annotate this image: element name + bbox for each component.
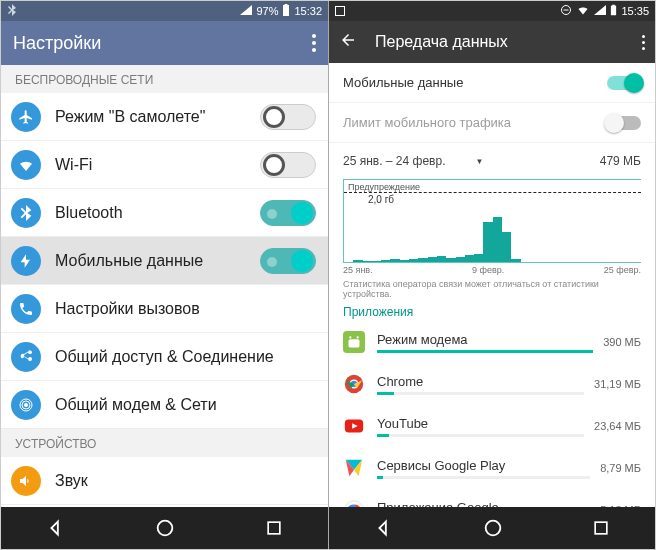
app-row[interactable]: Chrome31,19 МБ bbox=[329, 363, 655, 405]
battery-icon bbox=[610, 4, 617, 18]
axis-tick: 25 янв. bbox=[343, 265, 373, 275]
app-icon bbox=[343, 415, 365, 437]
svg-point-18 bbox=[357, 336, 359, 338]
row-label: Общий доступ & Соединение bbox=[55, 348, 316, 366]
app-usage-bar bbox=[377, 434, 584, 437]
app-icon bbox=[343, 373, 365, 395]
row-wifi[interactable]: Wi-Fi bbox=[1, 141, 328, 189]
wifi-icon bbox=[11, 150, 41, 180]
svg-rect-15 bbox=[613, 5, 616, 6]
row-label: Настройки вызовов bbox=[55, 300, 316, 318]
recents-button[interactable] bbox=[591, 518, 611, 538]
bluetooth-status-icon bbox=[7, 4, 17, 18]
toolbar-title: Передача данных bbox=[375, 33, 508, 51]
signal-icon bbox=[594, 5, 606, 17]
app-usage-bar bbox=[377, 392, 584, 395]
row-label: Режим "В самолете" bbox=[55, 108, 260, 126]
row-mobile-data[interactable]: Мобильные данные bbox=[1, 237, 328, 285]
row-label: Wi-Fi bbox=[55, 156, 260, 174]
app-row[interactable]: Сервисы Google Play8,79 МБ bbox=[329, 447, 655, 489]
svg-rect-11 bbox=[268, 522, 280, 534]
mobile-data-toggle-row[interactable]: Мобильные данные bbox=[329, 63, 655, 103]
back-button[interactable] bbox=[45, 517, 67, 539]
wifi-icon bbox=[576, 4, 590, 18]
row-bluetooth[interactable]: Bluetooth bbox=[1, 189, 328, 237]
row-label: Bluetooth bbox=[55, 204, 260, 222]
toggle-label: Лимит мобильного трафика bbox=[343, 115, 511, 130]
home-button[interactable] bbox=[482, 517, 504, 539]
period-selector[interactable]: 25 янв. – 24 февр. ▼ 479 МБ bbox=[329, 143, 655, 179]
app-size: 8,79 МБ bbox=[600, 462, 641, 474]
share-icon bbox=[11, 342, 41, 372]
section-wireless: БЕСПРОВОДНЫЕ СЕТИ bbox=[1, 65, 328, 93]
phone-icon bbox=[11, 294, 41, 324]
home-button[interactable] bbox=[154, 517, 176, 539]
app-name: Сервисы Google Play bbox=[377, 458, 590, 473]
axis-tick: 9 февр. bbox=[472, 265, 504, 275]
app-name: YouTube bbox=[377, 416, 584, 431]
row-tether[interactable]: Общий модем & Сети bbox=[1, 381, 328, 429]
warning-value: 2,0 гб bbox=[368, 194, 394, 205]
chart-axis: 25 янв. 9 февр. 25 февр. bbox=[343, 265, 641, 275]
wifi-switch[interactable] bbox=[260, 152, 316, 178]
row-share[interactable]: Общий доступ & Соединение bbox=[1, 333, 328, 381]
battery-icon bbox=[282, 4, 290, 18]
airplane-switch[interactable] bbox=[260, 104, 316, 130]
app-row[interactable]: YouTube23,64 МБ bbox=[329, 405, 655, 447]
toggle-label: Мобильные данные bbox=[343, 75, 463, 90]
row-calls[interactable]: Настройки вызовов bbox=[1, 285, 328, 333]
donotdisturb-icon bbox=[560, 4, 572, 18]
app-size: 390 МБ bbox=[603, 336, 641, 348]
status-bar: 97% 15:32 bbox=[1, 1, 328, 21]
battery-pct: 97% bbox=[256, 5, 278, 17]
toolbar: Передача данных bbox=[329, 21, 655, 63]
mobile-data-switch[interactable] bbox=[260, 248, 316, 274]
row-airplane[interactable]: Режим "В самолете" bbox=[1, 93, 328, 141]
app-row[interactable]: Режим модема390 МБ bbox=[329, 321, 655, 363]
page-title: Настройки bbox=[13, 33, 101, 54]
app-row[interactable]: Приложение Google5,18 МБ bbox=[329, 489, 655, 507]
airplane-icon bbox=[11, 102, 41, 132]
sound-icon bbox=[11, 466, 41, 496]
status-time: 15:35 bbox=[621, 5, 649, 17]
app-icon bbox=[343, 331, 365, 353]
svg-point-17 bbox=[349, 336, 351, 338]
operator-note: Статистика оператора связи может отличат… bbox=[343, 279, 641, 299]
limit-toggle-row[interactable]: Лимит мобильного трафика bbox=[329, 103, 655, 143]
svg-rect-0 bbox=[283, 5, 289, 16]
mobile-data-icon bbox=[11, 246, 41, 276]
bluetooth-icon bbox=[11, 198, 41, 228]
svg-point-10 bbox=[158, 521, 173, 536]
signal-icon bbox=[240, 5, 252, 17]
row-sound[interactable]: Звук bbox=[1, 457, 328, 505]
svg-point-2 bbox=[24, 403, 28, 407]
limit-switch[interactable] bbox=[607, 116, 641, 130]
app-name: Приложение Google bbox=[377, 500, 590, 508]
back-icon[interactable] bbox=[339, 31, 357, 53]
tether-icon bbox=[11, 390, 41, 420]
overflow-menu-icon[interactable] bbox=[642, 35, 645, 50]
row-label: Мобильные данные bbox=[55, 252, 260, 270]
axis-tick: 25 февр. bbox=[604, 265, 641, 275]
svg-rect-26 bbox=[595, 522, 607, 534]
app-icon bbox=[343, 457, 365, 479]
back-button[interactable] bbox=[373, 517, 395, 539]
nav-bar bbox=[329, 507, 655, 549]
period-range: 25 янв. – 24 февр. bbox=[343, 154, 445, 168]
settings-header: Настройки bbox=[1, 21, 328, 65]
apps-header: Приложения bbox=[343, 305, 641, 319]
status-time: 15:32 bbox=[294, 5, 322, 17]
app-size: 31,19 МБ bbox=[594, 378, 641, 390]
bluetooth-switch[interactable] bbox=[260, 200, 316, 226]
svg-rect-19 bbox=[349, 339, 360, 347]
svg-point-25 bbox=[486, 521, 501, 536]
overflow-menu-icon[interactable] bbox=[312, 34, 316, 52]
warning-line[interactable]: Предупреждение 2,0 гб bbox=[344, 192, 641, 193]
app-size: 23,64 МБ bbox=[594, 420, 641, 432]
recents-button[interactable] bbox=[264, 518, 284, 538]
mobile-data-switch[interactable] bbox=[607, 76, 641, 90]
dropdown-icon: ▼ bbox=[475, 157, 483, 166]
period-amount: 479 МБ bbox=[600, 154, 641, 168]
svg-rect-1 bbox=[285, 4, 288, 6]
app-name: Chrome bbox=[377, 374, 584, 389]
